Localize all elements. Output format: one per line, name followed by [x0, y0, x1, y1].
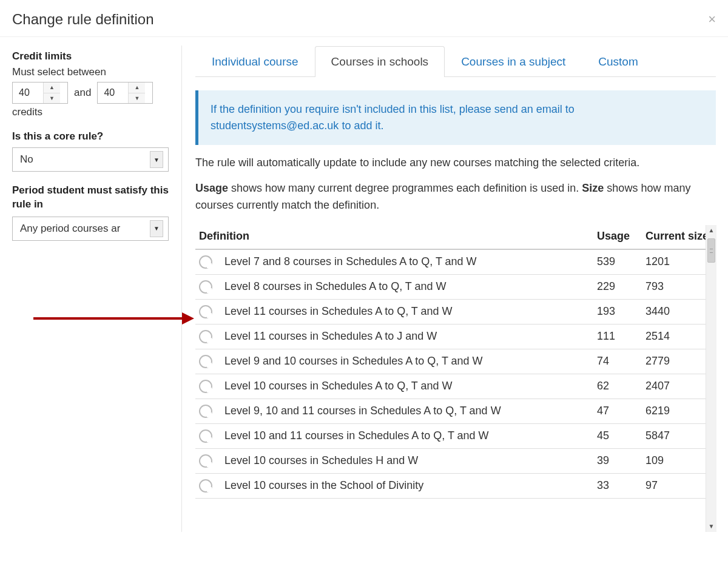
chevron-down-icon[interactable]: ▼ — [129, 93, 145, 104]
definition-cell: Level 8 courses in Schedules A to Q, T a… — [221, 280, 597, 293]
definition-cell: Level 9 and 10 courses in Schedules A to… — [221, 355, 597, 368]
table-row[interactable]: Level 8 courses in Schedules A to Q, T a… — [195, 275, 712, 300]
usage-cell: 39 — [597, 454, 645, 467]
scroll-track[interactable] — [706, 236, 716, 521]
scroll-up-icon[interactable]: ▲ — [706, 225, 716, 236]
radio-icon[interactable] — [199, 280, 212, 294]
table-row[interactable]: Level 10 courses in the School of Divini… — [195, 474, 712, 499]
chevron-down-icon[interactable]: ▼ — [44, 93, 60, 104]
chevron-down-icon: ▼ — [150, 220, 163, 237]
table-header: Definition Usage Current size — [195, 223, 712, 250]
definition-table: Definition Usage Current size Level 7 an… — [195, 223, 716, 532]
definition-cell: Level 9, 10 and 11 courses in Schedules … — [221, 405, 597, 417]
size-cell: 97 — [645, 479, 712, 492]
radio-icon[interactable] — [199, 479, 212, 493]
sidebar: Credit limits Must select between ▲ ▼ an… — [12, 45, 182, 532]
radio-icon[interactable] — [199, 255, 212, 269]
size-cell: 2514 — [645, 330, 712, 343]
definition-cell: Level 10 courses in Schedules H and W — [221, 454, 597, 467]
usage-cell: 62 — [597, 380, 645, 392]
credit-limits-heading: Credit limits — [12, 50, 170, 62]
credits-label: credits — [12, 106, 170, 118]
radio-icon[interactable] — [199, 355, 212, 368]
scrollbar[interactable]: ▲ ▼ — [706, 225, 716, 532]
description-auto-update: The rule will automatically update to in… — [195, 155, 716, 172]
radio-icon[interactable] — [199, 405, 212, 418]
chevron-up-icon[interactable]: ▲ — [44, 82, 60, 93]
size-cell: 1201 — [645, 255, 712, 268]
tab-custom[interactable]: Custom — [582, 46, 654, 77]
dialog-header: Change rule definition × — [0, 0, 728, 37]
size-cell: 109 — [645, 454, 712, 467]
definition-cell: Level 11 courses in Schedules A to Q, T … — [221, 305, 597, 318]
core-rule-heading: Is this a core rule? — [12, 130, 170, 143]
radio-icon[interactable] — [199, 454, 212, 468]
radio-icon[interactable] — [199, 305, 212, 318]
size-cell: 793 — [645, 280, 712, 293]
tab-courses-in-subject[interactable]: Courses in a subject — [445, 46, 582, 77]
change-rule-dialog: Change rule definition × Credit limits M… — [0, 0, 728, 572]
radio-icon[interactable] — [199, 380, 212, 393]
table-row[interactable]: Level 7 and 8 courses in Schedules A to … — [195, 250, 712, 275]
usage-cell: 45 — [597, 429, 645, 442]
dialog-title: Change rule definition — [12, 11, 154, 28]
credits-min-input[interactable] — [13, 82, 43, 103]
size-cell: 5847 — [645, 429, 712, 442]
tab-courses-in-schools[interactable]: Courses in schools — [315, 46, 445, 77]
usage-cell: 33 — [597, 479, 645, 492]
usage-cell: 111 — [597, 330, 645, 343]
period-value: Any period courses ar — [20, 223, 120, 235]
tab-individual-course[interactable]: Individual course — [195, 46, 315, 77]
definition-cell: Level 10 courses in Schedules A to Q, T … — [221, 380, 597, 392]
description-usage-size: Usage shows how many current degree prog… — [195, 180, 716, 214]
main-panel: Individual course Courses in schools Cou… — [182, 45, 716, 532]
must-select-label: Must select between — [12, 66, 170, 78]
scroll-down-icon[interactable]: ▼ — [706, 521, 716, 532]
size-cell: 2779 — [645, 355, 712, 368]
col-usage: Usage — [597, 230, 645, 243]
credits-max-input[interactable] — [98, 82, 128, 103]
chevron-down-icon: ▼ — [150, 151, 163, 168]
table-row[interactable]: Level 9, 10 and 11 courses in Schedules … — [195, 399, 712, 424]
table-row[interactable]: Level 10 courses in Schedules H and W391… — [195, 449, 712, 474]
table-row[interactable]: Level 10 and 11 courses in Schedules A t… — [195, 424, 712, 449]
usage-cell: 47 — [597, 405, 645, 417]
close-icon[interactable]: × — [708, 13, 716, 26]
core-rule-select[interactable]: No ▼ — [12, 147, 169, 172]
definition-cell: Level 10 and 11 courses in Schedules A t… — [221, 429, 597, 442]
size-cell: 3440 — [645, 305, 712, 318]
size-cell: 2407 — [645, 380, 712, 392]
credits-max-stepper[interactable]: ▲ ▼ — [97, 82, 153, 104]
table-row[interactable]: Level 11 courses in Schedules A to Q, T … — [195, 300, 712, 325]
core-rule-value: No — [20, 153, 33, 166]
usage-cell: 74 — [597, 355, 645, 368]
definition-cell: Level 7 and 8 courses in Schedules A to … — [221, 255, 597, 268]
usage-cell: 229 — [597, 280, 645, 293]
size-cell: 6219 — [645, 405, 712, 417]
support-email-link[interactable]: studentsystems@ed.ac.uk — [211, 119, 339, 132]
period-select[interactable]: Any period courses ar ▼ — [12, 217, 169, 241]
credits-min-stepper[interactable]: ▲ ▼ — [12, 82, 68, 104]
definition-cell: Level 11 courses in Schedules A to J and… — [221, 330, 597, 343]
chevron-up-icon[interactable]: ▲ — [129, 82, 145, 93]
info-callout: If the definition you require isn't incl… — [195, 90, 716, 145]
col-current-size: Current size — [645, 230, 712, 243]
radio-icon[interactable] — [199, 330, 212, 343]
usage-cell: 193 — [597, 305, 645, 318]
period-heading: Period student must satisfy this rule in — [12, 184, 170, 212]
table-row[interactable]: Level 10 courses in Schedules A to Q, T … — [195, 374, 712, 399]
tab-bar: Individual course Courses in schools Cou… — [195, 45, 716, 77]
radio-icon[interactable] — [199, 429, 212, 443]
table-row[interactable]: Level 11 courses in Schedules A to J and… — [195, 325, 712, 349]
definition-cell: Level 10 courses in the School of Divini… — [221, 479, 597, 492]
col-definition: Definition — [195, 230, 597, 243]
and-label: and — [74, 87, 91, 99]
table-row[interactable]: Level 9 and 10 courses in Schedules A to… — [195, 349, 712, 374]
scroll-thumb[interactable] — [707, 238, 715, 263]
usage-cell: 539 — [597, 255, 645, 268]
